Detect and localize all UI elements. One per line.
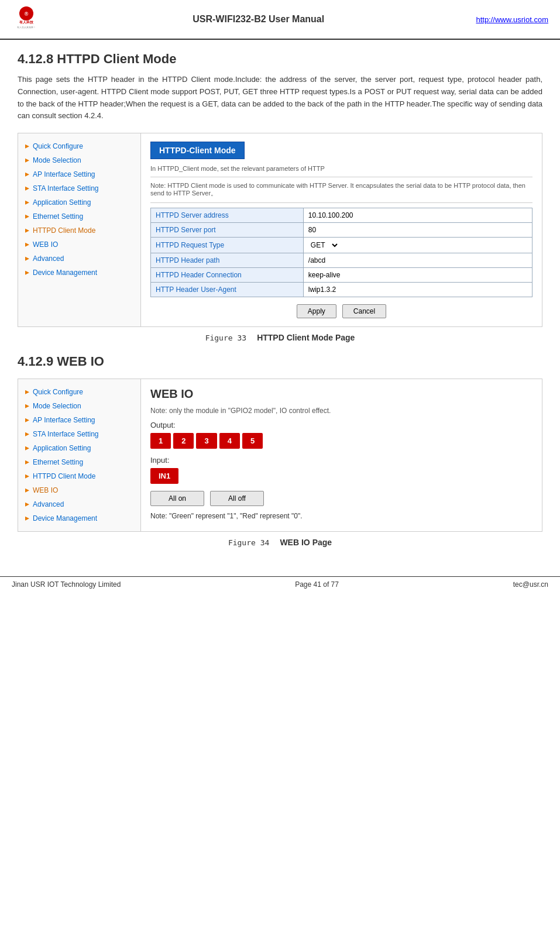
arrow-icon	[25, 215, 29, 219]
sidebar-label: Ethernet Setting	[33, 212, 83, 221]
table-row: HTTPD Request Type GET POST PUT	[151, 238, 532, 253]
sidebar2-item-device-management[interactable]: Device Management	[18, 511, 140, 525]
sidebar-label: WEB IO	[33, 486, 58, 494]
figure33-num: Figure 33	[205, 333, 246, 342]
webio-bottom-note: Note: "Green" represent "1", "Red" repre…	[150, 512, 532, 520]
svg-text:有人科技: 有人科技	[19, 20, 34, 24]
output-btn-5[interactable]: 5	[242, 433, 263, 449]
output-btn-3[interactable]: 3	[196, 433, 217, 449]
table-row: HTTP Header User-Agent	[151, 283, 532, 297]
sidebar2-item-mode-selection[interactable]: Mode Selection	[18, 399, 140, 413]
sidebar-item-advanced[interactable]: Advanced	[18, 252, 140, 266]
input-label: Input:	[150, 456, 532, 465]
sidebar-label: Quick Configure	[33, 388, 83, 396]
input-btn-in1[interactable]: IN1	[150, 468, 178, 484]
output-buttons: 1 2 3 4 5	[150, 433, 532, 449]
arrow-icon	[25, 503, 29, 507]
field-value-connection[interactable]	[303, 268, 532, 283]
arrow-icon	[25, 201, 29, 205]
apply-button[interactable]: Apply	[297, 304, 336, 318]
panel-divider	[150, 177, 532, 177]
field-value-server-port[interactable]	[303, 223, 532, 238]
sidebar-label: Device Management	[33, 514, 97, 522]
field-value-header-path[interactable]	[303, 253, 532, 268]
sidebar-item-ap-interface[interactable]: AP Interface Setting	[18, 167, 140, 181]
httpd-note2: Note: HTTPD Client mode is used to commu…	[150, 182, 532, 198]
field-label-user-agent: HTTP Header User-Agent	[151, 283, 304, 297]
sidebar-item-device-management[interactable]: Device Management	[18, 266, 140, 280]
sidebar-item-application-setting[interactable]: Application Setting	[18, 195, 140, 209]
section1-title: 4.12.8 HTTPD Client Mode	[18, 51, 542, 67]
header-path-input[interactable]	[308, 256, 527, 264]
connection-input[interactable]	[308, 271, 527, 279]
footer-left: Jinan USR IOT Technology Limited	[12, 580, 121, 589]
sidebar-item-webio[interactable]: WEB IO	[18, 238, 140, 252]
sidebar2-item-sta-interface[interactable]: STA Interface Setting	[18, 427, 140, 441]
webio-control-row: All on All off	[150, 491, 532, 506]
httpd-btn-row: Apply Cancel	[150, 304, 532, 318]
sidebar-label: WEB IO	[33, 240, 58, 249]
sidebar2: Quick Configure Mode Selection AP Interf…	[18, 379, 141, 531]
sidebar-label: AP Interface Setting	[33, 416, 95, 424]
sidebar-item-ethernet[interactable]: Ethernet Setting	[18, 209, 140, 223]
sidebar-label: Ethernet Setting	[33, 458, 83, 466]
all-on-button[interactable]: All on	[150, 491, 204, 506]
field-value-user-agent[interactable]	[303, 283, 532, 297]
sidebar2-item-quick-configure[interactable]: Quick Configure	[18, 385, 140, 399]
arrow-icon	[25, 159, 29, 163]
field-label-connection: HTTPD Header Connection	[151, 268, 304, 283]
arrow-icon	[25, 145, 29, 149]
httpd-panel-header: HTTPD-Client Mode	[150, 142, 245, 159]
cancel-button[interactable]: Cancel	[342, 304, 386, 318]
sidebar2-item-ap-interface[interactable]: AP Interface Setting	[18, 413, 140, 427]
output-btn-2[interactable]: 2	[173, 433, 194, 449]
panel-divider2	[150, 202, 532, 203]
sidebar-label: STA Interface Setting	[33, 430, 99, 438]
figure34-title: WEB IO Page	[280, 538, 332, 547]
figure33-caption: Figure 33 HTTPD Client Mode Page	[18, 333, 542, 342]
sidebar2-item-advanced[interactable]: Advanced	[18, 497, 140, 511]
sidebar-item-mode-selection[interactable]: Mode Selection	[18, 153, 140, 167]
figure34-num: Figure 34	[228, 538, 269, 547]
user-agent-input[interactable]	[308, 286, 527, 294]
page-header: ® 有人科技 有人在认真做事！ USR-WIFI232-B2 User Manu…	[0, 0, 560, 40]
sidebar-item-quick-configure[interactable]: Quick Configure	[18, 139, 140, 153]
sidebar-label: Mode Selection	[33, 402, 81, 410]
server-address-input[interactable]	[308, 211, 527, 219]
sidebar-label: Advanced	[33, 500, 64, 508]
footer-center: Page 41 of 77	[295, 580, 339, 589]
sidebar-label: Quick Configure	[33, 142, 83, 150]
manual-title: USR-WIFI232-B2 User Manual	[193, 14, 324, 25]
server-port-input[interactable]	[308, 226, 527, 234]
arrow-icon	[25, 229, 29, 233]
webio-note: Note: only the module in "GPIO2 model", …	[150, 407, 532, 415]
sidebar2-item-httpd-client[interactable]: HTTPD Client Mode	[18, 469, 140, 483]
figure33-title: HTTPD Client Mode Page	[257, 333, 355, 342]
request-type-select[interactable]: GET POST PUT	[308, 240, 339, 250]
sidebar-label: AP Interface Setting	[33, 170, 95, 178]
sidebar-item-httpd-client[interactable]: HTTPD Client Mode	[18, 223, 140, 238]
field-value-server-address[interactable]	[303, 208, 532, 223]
output-label: Output:	[150, 421, 532, 429]
sidebar2-item-webio[interactable]: WEB IO	[18, 483, 140, 497]
sidebar2-item-application-setting[interactable]: Application Setting	[18, 441, 140, 455]
arrow-icon	[25, 187, 29, 191]
website-link[interactable]: http://www.usriot.com	[476, 15, 548, 24]
all-off-button[interactable]: All off	[210, 491, 264, 506]
httpd-panel-container: Quick Configure Mode Selection AP Interf…	[18, 133, 542, 327]
sidebar2-item-ethernet[interactable]: Ethernet Setting	[18, 455, 140, 469]
sidebar-label: HTTPD Client Mode	[33, 472, 95, 480]
field-label-server-port: HTTPD Server port	[151, 223, 304, 238]
arrow-icon	[25, 474, 29, 479]
page-footer: Jinan USR IOT Technology Limited Page 41…	[0, 576, 560, 592]
arrow-icon	[25, 404, 29, 408]
svg-text:®: ®	[25, 11, 29, 17]
field-label-server-address: HTTPD Server address	[151, 208, 304, 223]
output-btn-1[interactable]: 1	[150, 433, 171, 449]
logo: ® 有人科技 有人在认真做事！	[12, 5, 41, 34]
arrow-icon	[25, 446, 29, 450]
sidebar-item-sta-interface[interactable]: STA Interface Setting	[18, 181, 140, 195]
section2-title: 4.12.9 WEB IO	[18, 354, 542, 369]
field-value-request-type[interactable]: GET POST PUT	[303, 238, 532, 253]
output-btn-4[interactable]: 4	[219, 433, 240, 449]
